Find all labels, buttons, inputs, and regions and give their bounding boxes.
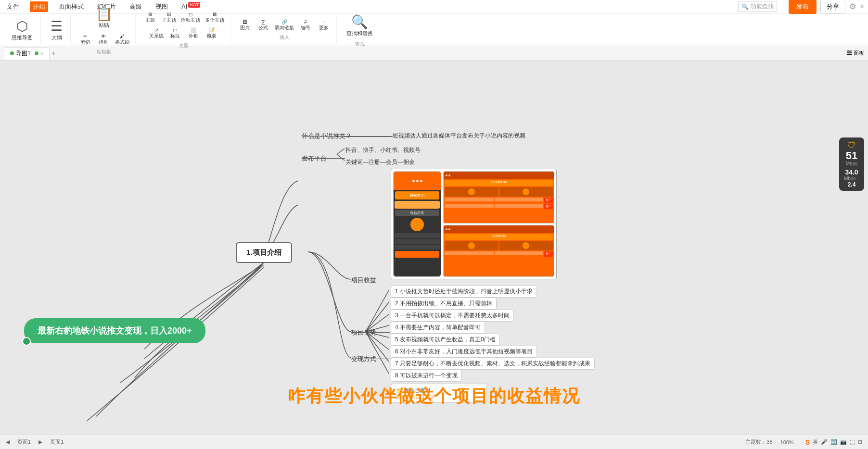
svg-line-10 — [366, 332, 389, 374]
find-group-label: 查找 — [355, 41, 365, 48]
menu-search[interactable]: 🔍 功能查找 — [738, 1, 777, 12]
screenshot-icon[interactable]: 📷 — [840, 439, 847, 445]
branch-monetize[interactable]: 变现方式 — [351, 355, 376, 363]
advantage-4: 4.不需要生产内容，简单配音即可 — [391, 322, 485, 334]
platform-child2: 关键词—注册—会员—佣金 — [345, 158, 415, 166]
branch-advantage[interactable]: 项目优势 — [351, 328, 376, 337]
line-platform — [302, 158, 345, 159]
svg-line-1 — [337, 149, 345, 154]
outline-icon: ☰ — [51, 18, 63, 34]
close-icon[interactable]: × — [860, 2, 864, 11]
theme-count: 主题数：38 — [745, 438, 772, 446]
formula-icon: ∑ — [261, 19, 265, 25]
page-nav-prev[interactable]: ◀ — [6, 439, 10, 445]
line-novel — [302, 136, 391, 137]
bidirectional-link-button[interactable]: 🔗 双向链接 — [273, 18, 296, 32]
cut-button[interactable]: ✂ 剪切 — [77, 33, 94, 47]
subtitle-bar: 咋有些小伙伴做这个项目的收益情况 — [0, 385, 868, 408]
formula-button[interactable]: ∑ 公式 — [255, 18, 272, 32]
promo-button[interactable]: 最新右豹地铁小说推文变现，日入2000+ — [24, 318, 205, 343]
outer-frame-button[interactable]: ⬜ 外框 — [185, 26, 202, 40]
format-brush-icon: 🖌 — [120, 34, 125, 39]
tab-map1[interactable]: 导图1 × — [4, 47, 50, 60]
share-button[interactable]: 分享 — [820, 0, 845, 14]
menu-file[interactable]: 文件 — [4, 1, 22, 12]
hold-button[interactable]: 👁 持见 — [95, 33, 112, 47]
advantage-5: 5.发布视频就可以产生收益，真正0门槛 — [391, 334, 500, 346]
tool-group-view: ⬡ 思维导图 — [4, 15, 41, 44]
central-node[interactable]: 1.项目介绍 — [236, 242, 292, 263]
cut-icon: ✂ — [83, 34, 87, 39]
menu-bar: 文件 开始 页面样式 幻灯片 高级 视图 AIHOT 🔍 功能查找 发布 分享 … — [0, 0, 868, 13]
status-bar: ◀ 页面1 ▶ 页面1 主题数：38 100% S 英 🎤 🔤 📷 ⛶ ⊞ — [0, 435, 868, 449]
page-indicator: 页面1 — [50, 438, 64, 446]
settings-icon[interactable]: ⚙ — [849, 2, 856, 11]
branch-income[interactable]: 项目收益 — [351, 276, 376, 285]
float-theme-icon: ◻ — [189, 12, 192, 17]
phone-screens-right: 500068.86 推广 推广 — [443, 171, 554, 277]
tab-close-icon[interactable]: × — [40, 51, 43, 56]
line-monetize — [351, 359, 390, 359]
multi-theme-button[interactable]: ⊠ 多个主题 — [203, 11, 226, 25]
advantage-1: 1.小说推文暂时还处于蓝海阶段，抖音上明显供小于求 — [391, 286, 537, 298]
theme-group-label: 主题 — [179, 42, 189, 49]
fullscreen-icon[interactable]: ⛶ — [850, 439, 855, 445]
find-label: 查找和替换 — [346, 30, 373, 37]
sub-theme-button[interactable]: ⊟ 子主题 — [160, 11, 178, 25]
relation-button[interactable]: ↗ 关系线 — [147, 26, 166, 40]
image-button[interactable]: 🖼 图片 — [236, 18, 254, 32]
tab-bar: 导图1 × + ☰ 面板 — [0, 46, 868, 61]
green-indicator — [22, 337, 31, 346]
advantage-8: 8.可以破来进行一个变现 — [391, 370, 462, 382]
menu-start[interactable]: 开始 — [30, 1, 48, 12]
phone-screen-1: SHOP.AI 收益总览 🐆 — [393, 171, 441, 277]
speed-icon: 🛡 — [841, 140, 862, 150]
outline-view-button[interactable]: ☰ 大纲 — [47, 16, 66, 43]
number-button[interactable]: # 编号 — [297, 18, 314, 32]
canvas-area[interactable]: 1.项目介绍 什么是小说推文？ 短视频达人通过各媒体平台发布关于小说内容的视频 … — [0, 61, 868, 435]
svg-line-3 — [366, 290, 389, 332]
search-icon: 🔍 — [741, 3, 749, 10]
ai-hot-badge: HOT — [188, 2, 200, 8]
more-button[interactable]: ⋯ 更多 — [315, 18, 332, 32]
insert-group-label: 插入 — [280, 34, 289, 41]
page-nav-next[interactable]: ▶ — [38, 439, 42, 445]
toolbar: ⬡ 思维导图 ☰ 大纲 📋 粘贴 ✂ 剪切 👁 持见 🖌 格式刷 — [0, 13, 868, 46]
outer-frame-icon: ⬜ — [191, 27, 196, 33]
paste-button[interactable]: 📋 粘贴 — [92, 4, 116, 31]
translate-icon[interactable]: 🔤 — [830, 439, 837, 445]
svg-line-4 — [366, 302, 389, 332]
tool-group-paste: 📋 粘贴 ✂ 剪切 👁 持见 🖌 格式刷 粘贴板 — [73, 15, 136, 44]
mindmap-view-button[interactable]: ⬡ 思维导图 — [8, 16, 37, 43]
float-theme-button[interactable]: ◻ 浮动主题 — [179, 11, 202, 25]
find-replace-button[interactable]: 🔍 查找和替换 — [343, 12, 377, 39]
advantage-6: 6.对小白非常友好，入门难度远低于其他短视频等项目 — [391, 346, 537, 358]
summary-button[interactable]: 📝 概要 — [203, 26, 220, 40]
hold-icon: 👁 — [101, 34, 106, 39]
lang-indicator: 英 — [813, 438, 818, 446]
platform-child1: 抖音、快手、小红书、视频号 — [345, 146, 421, 154]
label-icon: 🏷 — [173, 27, 178, 33]
grid-icon[interactable]: ⊞ — [858, 439, 862, 445]
line-income — [351, 280, 390, 280]
theme-button[interactable]: ⊞ 主题 — [141, 11, 159, 25]
menu-page-style[interactable]: 页面样式 — [56, 1, 87, 12]
branch-platform[interactable]: 发布平台 — [302, 154, 327, 163]
panel-toggle[interactable]: ☰ 面板 — [847, 50, 864, 57]
image-icon: 🖼 — [243, 19, 247, 25]
zoom-level: 100% — [780, 439, 794, 445]
label-button[interactable]: 🏷 标注 — [166, 26, 184, 40]
screenshot-box: SHOP.AI 收益总览 🐆 500068.86 — [391, 169, 557, 279]
mindmap-icon: ⬡ — [16, 18, 28, 34]
relation-icon: ↗ — [154, 27, 158, 33]
format-brush-button[interactable]: 🖌 格式刷 — [113, 33, 131, 47]
tab-dot — [10, 51, 14, 55]
paste-label: 粘贴 — [99, 22, 109, 29]
line-advantage — [351, 332, 390, 333]
statusbar-icons: S 英 🎤 🔤 📷 ⛶ ⊞ — [805, 438, 862, 446]
paste-icon: 📋 — [96, 6, 113, 22]
multi-theme-icon: ⊠ — [213, 12, 217, 17]
tab-add-button[interactable]: + — [51, 49, 56, 58]
publish-button[interactable]: 发布 — [789, 0, 817, 14]
mic-icon[interactable]: 🎤 — [821, 439, 828, 445]
